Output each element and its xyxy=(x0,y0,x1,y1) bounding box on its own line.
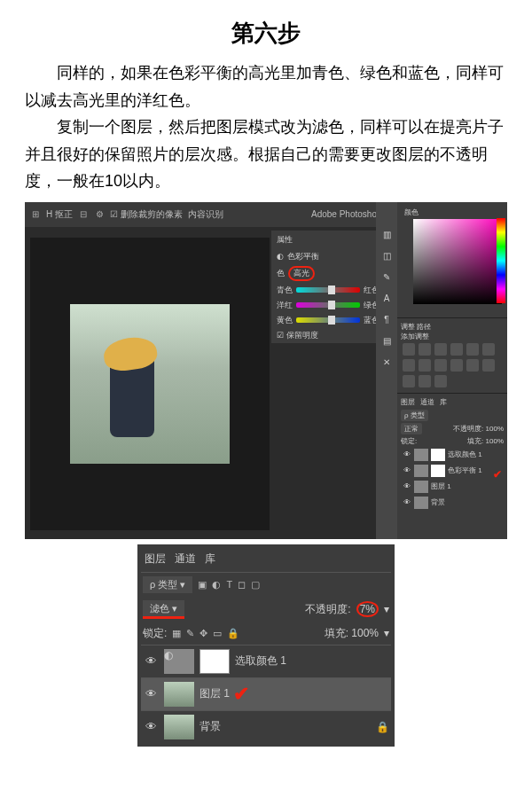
layer-name: 选取颜色 1 xyxy=(448,450,482,459)
mini-layer-bg[interactable]: 👁背景 xyxy=(401,495,504,511)
eye-icon[interactable]: 👁 xyxy=(403,450,411,458)
mask-thumb-icon xyxy=(431,465,445,477)
filter-type-icon[interactable]: T xyxy=(226,579,232,591)
adj-mixer-icon[interactable] xyxy=(434,359,447,372)
filter-smart-icon[interactable]: ▢ xyxy=(251,579,260,591)
layers-panel-mini: 图层 通道 库 ρ 类型 正常不透明度: 100% 锁定:填充: 100% 👁选… xyxy=(397,393,507,512)
fill-mini[interactable]: 填充: 100% xyxy=(467,436,504,446)
adj-hue-icon[interactable] xyxy=(482,343,495,356)
mini-layer-selcolor[interactable]: 👁选取颜色 1 xyxy=(401,447,504,463)
adjust-thumb-icon: ◐ xyxy=(164,649,194,674)
mini-layer-copy[interactable]: 👁图层 1 xyxy=(401,479,504,495)
eye-icon[interactable]: 👁 xyxy=(403,466,411,474)
tone-selector[interactable]: 高光 xyxy=(288,266,315,281)
dropdown-icon[interactable]: ▾ xyxy=(384,627,389,639)
cyan-red-slider[interactable] xyxy=(296,287,360,293)
adj-exposure-icon[interactable] xyxy=(450,343,463,356)
color-picker[interactable] xyxy=(413,219,502,304)
photo-thumb-icon xyxy=(164,715,194,739)
layer-row-selcolor[interactable]: 👁 ◐ 选取颜色 1 xyxy=(141,645,391,677)
adjustments-panel: 调整 路径 添加调整 xyxy=(397,317,507,393)
lock-pixels-icon[interactable]: ▦ xyxy=(172,628,181,639)
lock-brush-icon[interactable]: ✎ xyxy=(186,628,194,639)
blend-mode-mini[interactable]: 正常 xyxy=(401,423,422,434)
yellow-blue-slider[interactable] xyxy=(296,317,360,323)
adj-thresh-icon[interactable] xyxy=(403,375,415,387)
adj-brightness-icon[interactable] xyxy=(403,343,415,356)
color-panel: 颜色 xyxy=(397,202,507,317)
type-icon[interactable]: A xyxy=(380,293,393,305)
close-icon[interactable]: ✕ xyxy=(380,356,393,369)
tab-layers[interactable]: 图层 xyxy=(145,552,166,567)
adj-photo-icon[interactable] xyxy=(419,359,431,372)
swatches-icon[interactable]: ◫ xyxy=(380,250,393,262)
delete-cropped-checkbox[interactable]: ☑ 删除裁剪的像素 xyxy=(110,208,183,221)
magenta-green-slider[interactable] xyxy=(296,302,360,308)
dropdown-icon[interactable]: ▾ xyxy=(384,603,389,615)
tool-icon[interactable]: ⊞ xyxy=(30,209,41,220)
tab-layers-mini[interactable]: 图层 xyxy=(401,397,415,407)
lock-move-icon[interactable]: ✥ xyxy=(200,628,207,639)
layer-name: 图层 1 xyxy=(431,481,451,491)
fill-label[interactable]: 填充: 100% xyxy=(325,626,379,641)
color-title: 颜色 xyxy=(401,206,504,219)
red-check-annotation: ✔ xyxy=(233,683,249,706)
layer-name: 色彩平衡 1 xyxy=(448,466,482,475)
eye-icon[interactable]: 👁 xyxy=(143,654,159,668)
lock-icon: 🔒 xyxy=(376,721,389,733)
tab-libraries-mini[interactable]: 库 xyxy=(440,397,447,407)
grid-icon[interactable]: ⊟ xyxy=(78,209,89,220)
layer-name: 图层 1 xyxy=(200,686,230,701)
layer-comps-icon[interactable]: ▤ xyxy=(380,335,393,348)
filter-adjust-icon[interactable]: ◐ xyxy=(212,579,221,591)
kind-filter-mini[interactable]: ρ 类型 xyxy=(401,410,428,421)
tone-label-icon: 色 xyxy=(277,268,285,279)
filter-shape-icon[interactable]: ◻ xyxy=(238,579,246,591)
tab-channels-mini[interactable]: 通道 xyxy=(420,397,434,407)
preserve-luminosity-checkbox[interactable]: ☑ 保留明度 xyxy=(277,330,318,341)
brush-icon[interactable]: ✎ xyxy=(380,271,393,284)
adj-invert-icon[interactable] xyxy=(466,359,479,372)
layer-name: 选取颜色 1 xyxy=(235,653,286,669)
eye-icon[interactable]: 👁 xyxy=(143,720,159,733)
adj-grad-icon[interactable] xyxy=(419,375,431,387)
canvas[interactable] xyxy=(30,238,270,530)
adj-curves-icon[interactable] xyxy=(434,343,447,356)
adj-levels-icon[interactable] xyxy=(419,343,431,356)
photo-thumb-icon xyxy=(414,481,428,493)
lock-artboard-icon[interactable]: ▭ xyxy=(213,628,222,639)
adj-colorlookup-icon[interactable] xyxy=(450,359,463,372)
layer-row-background[interactable]: 👁 背景 🔒 xyxy=(141,710,391,743)
layers-panel-large: 图层 通道 库 ρ 类型 ▾ ▣ ◐ T ◻ ▢ 滤色 ▾ 不透明度: 7% ▾… xyxy=(137,544,395,747)
adj-poster-icon[interactable] xyxy=(482,359,495,372)
eye-icon[interactable]: 👁 xyxy=(403,482,411,490)
mini-layer-colorbal[interactable]: 👁色彩平衡 1✔ xyxy=(401,463,504,479)
photo-preview xyxy=(70,304,230,464)
adjust-thumb-icon xyxy=(414,465,428,477)
histogram-icon[interactable]: ▥ xyxy=(380,229,393,241)
lock-label: 锁定: xyxy=(143,626,167,641)
opacity-value[interactable]: 7% xyxy=(356,601,379,617)
mask-thumb-icon xyxy=(200,649,230,674)
gear-icon[interactable]: ⚙ xyxy=(94,209,105,220)
eye-icon[interactable]: 👁 xyxy=(403,498,411,506)
adj-vibrance-icon[interactable] xyxy=(466,343,479,356)
magenta-label: 洋红 xyxy=(277,300,293,311)
adj-bw-icon[interactable] xyxy=(403,359,415,372)
kind-filter[interactable]: ρ 类型 ▾ xyxy=(143,576,192,593)
mask-thumb-icon xyxy=(431,449,445,461)
layer-name: 背景 xyxy=(431,497,445,507)
eye-icon[interactable]: 👁 xyxy=(143,687,159,700)
paragraph-icon[interactable]: ¶ xyxy=(380,314,393,326)
paragraph-1: 同样的，如果在色彩平衡的高光里加青色、绿色和蓝色，同样可以减去高光里的洋红色。 xyxy=(0,59,532,113)
tab-channels[interactable]: 通道 xyxy=(175,552,196,567)
adj-sel-icon[interactable] xyxy=(434,375,447,387)
tab-libraries[interactable]: 库 xyxy=(205,552,215,567)
blend-mode-select[interactable]: 滤色 ▾ xyxy=(143,600,184,619)
hue-slider[interactable] xyxy=(497,218,505,303)
layer-row-copy[interactable]: 👁 图层 1 ✔ xyxy=(141,677,391,710)
filter-image-icon[interactable]: ▣ xyxy=(198,579,207,591)
lock-label-mini: 锁定: xyxy=(401,436,417,446)
opacity-mini[interactable]: 不透明度: 100% xyxy=(453,424,504,434)
lock-all-icon[interactable]: 🔒 xyxy=(227,628,239,639)
